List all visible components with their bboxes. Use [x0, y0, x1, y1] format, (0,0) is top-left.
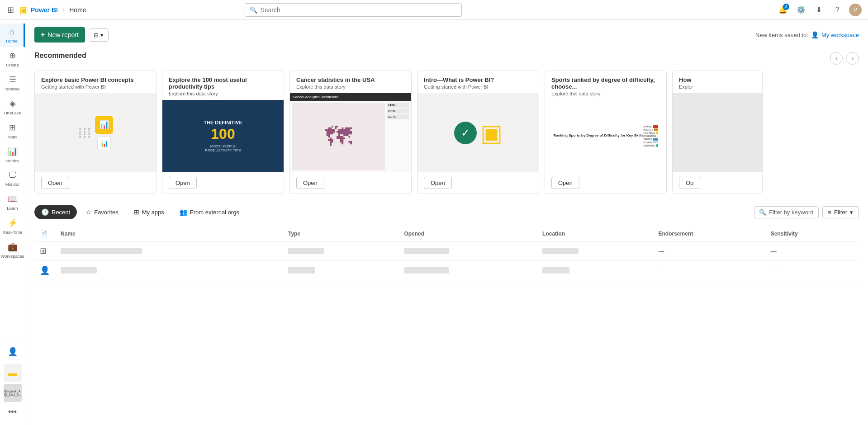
- card-sports-title: Sports ranked by degree of difficulty, c…: [551, 76, 660, 90]
- row-1-sensitivity-cell: —: [765, 241, 859, 261]
- table-body: ⊞: [34, 241, 859, 280]
- create-icon: ⊕: [9, 51, 16, 61]
- card-partial-open-button[interactable]: Op: [679, 177, 700, 189]
- toolbar-left: + New report ⊟ ▾: [34, 27, 109, 42]
- monitor-icon: 🖵: [9, 170, 17, 180]
- next-arrow-button[interactable]: ›: [846, 52, 859, 65]
- apps-grid-icon[interactable]: ⊞: [5, 3, 16, 17]
- tab-favorites[interactable]: ☆ Favorites: [79, 205, 125, 219]
- star-icon: ☆: [85, 208, 91, 216]
- usa-map-mockup: 🗺: [292, 103, 385, 170]
- card-partial-subtitle: Explor: [679, 84, 756, 90]
- clock-icon: 🕐: [41, 208, 49, 216]
- tabs-list: 🕐 Recent ☆ Favorites ⊞ My apps 👥 From ex…: [34, 205, 246, 219]
- workspace-name: My workspace: [821, 32, 859, 38]
- sidebar-item-home[interactable]: ⌂ Home: [0, 24, 25, 47]
- current-page-name: Home: [69, 6, 86, 14]
- sidebar-item-my-workspace[interactable]: 👤: [4, 343, 22, 362]
- powerbi-logo-icon: ▣: [19, 5, 28, 15]
- workspace-link[interactable]: My workspace: [821, 32, 859, 38]
- col-type-header: Type: [283, 227, 398, 241]
- bar-label-5: TENNIS: [644, 138, 652, 141]
- book-thumbnail: THE DEFINITIVE 100 MOST USEFULPRODUCTIVI…: [196, 100, 250, 172]
- keyword-filter-input[interactable]: 🔍 Filter by keyword: [754, 206, 818, 218]
- sidebar-item-apps[interactable]: ⊞ Apps: [0, 119, 25, 143]
- explore-illustration: ⁞⁞⁞ 📊 📊: [71, 109, 120, 157]
- cancer-stat-2: 191M: [387, 109, 409, 113]
- bar-label-2: HOCKEY: [644, 128, 653, 131]
- card-sports-open-button[interactable]: Open: [551, 177, 579, 189]
- bar-fill-1: [653, 125, 658, 128]
- notification-badge: 2: [783, 4, 789, 10]
- content-tabs-section: 🕐 Recent ☆ Favorites ⊞ My apps 👥 From ex…: [34, 205, 859, 280]
- metrics-icon: 📊: [8, 146, 18, 156]
- dashboard-row-icon: ⊞: [40, 246, 47, 255]
- help-button[interactable]: ?: [830, 3, 844, 17]
- sidebar-item-browse[interactable]: ☰ Browse: [0, 71, 25, 95]
- tab-external-orgs[interactable]: 👥 From external orgs: [173, 205, 246, 219]
- sidebar-item-onelake[interactable]: ◈ OneLake: [0, 95, 25, 119]
- view-toggle-button[interactable]: ⊟ ▾: [89, 28, 109, 42]
- tabs-row: 🕐 Recent ☆ Favorites ⊞ My apps 👥 From ex…: [34, 205, 859, 219]
- search-input[interactable]: [260, 6, 457, 14]
- sidebar-item-create[interactable]: ⊕ Create: [0, 47, 25, 71]
- sports-chart-title: Ranking Sports by Degree of Difficulty f…: [553, 133, 643, 137]
- sports-bar-row-3: FOOTBALL: [644, 132, 658, 134]
- card-intro-pbi-open-button[interactable]: Open: [424, 177, 452, 189]
- card-intro-pbi-footer: Open: [417, 172, 539, 194]
- view-dropdown-icon: ▾: [100, 32, 104, 38]
- book-number-text: 100: [211, 126, 235, 142]
- onelake-icon: ◈: [9, 99, 16, 109]
- card-cancer-stats-open-button[interactable]: Open: [296, 177, 324, 189]
- prev-arrow-button[interactable]: ‹: [830, 52, 843, 65]
- bar-label-4: BASKETBALL: [644, 135, 657, 137]
- notifications-button[interactable]: 🔔 2: [776, 3, 790, 17]
- sidebar-item-realtime[interactable]: ⚡ Real-Time: [0, 214, 25, 238]
- tab-recent[interactable]: 🕐 Recent: [34, 205, 77, 219]
- card-partial: How Explor Op: [672, 71, 763, 194]
- filter-dropdown-icon: ▾: [850, 209, 853, 216]
- card-explore-basic-open-button[interactable]: Open: [41, 177, 69, 189]
- cancer-dashboard-header: Cancer Analytics Dashboard: [290, 93, 411, 101]
- sidebar-item-metrics[interactable]: 📊 Metrics: [0, 143, 25, 167]
- new-report-button[interactable]: + New report: [34, 27, 85, 42]
- row-2-type-cell: [283, 261, 398, 280]
- card-intro-pbi-image: ✓ ▣: [417, 93, 539, 172]
- book-title-text: THE DEFINITIVE: [204, 120, 242, 126]
- col-icon-header: 📄: [34, 227, 55, 241]
- sidebar-more-button[interactable]: •••: [4, 404, 22, 421]
- cancer-stat-1: 743M: [387, 103, 409, 108]
- col-sensitivity-header: Sensitivity: [765, 227, 859, 241]
- row-2-sensitivity-cell: —: [765, 261, 859, 280]
- top-navigation: ⊞ ▣ Power BI › Home 🔍 🔔 2 ⚙️ ⬇ ? P: [0, 0, 868, 20]
- account-button[interactable]: P: [848, 3, 863, 17]
- download-button[interactable]: ⬇: [812, 3, 826, 17]
- tab-my-apps[interactable]: ⊞ My apps: [127, 205, 171, 219]
- card-productivity-title: Explore the 100 most useful productivity…: [169, 76, 277, 90]
- row-2-icon-cell: 👤: [34, 261, 55, 280]
- browse-icon: ☰: [9, 75, 16, 85]
- untitled-report-thumbnail[interactable]: ▬: [4, 364, 22, 382]
- sidebar-item-monitor[interactable]: 🖵 Monitor: [0, 167, 25, 190]
- table-header-row: 📄 Name Type Opened Location Endorsement …: [34, 227, 859, 241]
- sidebar-item-workspaces[interactable]: 💼 Workspaces: [0, 238, 25, 262]
- sidebar-bottom: 👤 ▬ Bangkok_AQi_Last_7... •••: [4, 339, 22, 421]
- bangkok-thumbnail[interactable]: Bangkok_AQi_Last_7...: [4, 384, 22, 402]
- col-location-header: Location: [537, 227, 653, 241]
- bar-label-1: BOXING: [644, 125, 652, 128]
- brand-name[interactable]: Power BI: [31, 6, 58, 14]
- table-row: 👤: [34, 261, 859, 280]
- filter-button[interactable]: ≡ Filter ▾: [822, 206, 859, 218]
- user-avatar[interactable]: P: [849, 4, 862, 16]
- row-1-location-cell: [537, 241, 653, 261]
- card-explore-basic-title: Explore basic Power BI concepts: [41, 76, 150, 83]
- row-2-location-skeleton: [542, 267, 569, 274]
- card-cancer-stats-footer: Open: [290, 172, 411, 194]
- settings-button[interactable]: ⚙️: [794, 3, 808, 17]
- bar-label-3: FOOTBALL: [644, 132, 655, 134]
- card-productivity-open-button[interactable]: Open: [169, 177, 197, 189]
- sidebar-item-learn[interactable]: 📖 Learn: [0, 190, 25, 214]
- search-bar[interactable]: 🔍: [245, 3, 462, 17]
- col-name-header: Name: [55, 227, 283, 241]
- row-2-opened-skeleton: [404, 267, 449, 274]
